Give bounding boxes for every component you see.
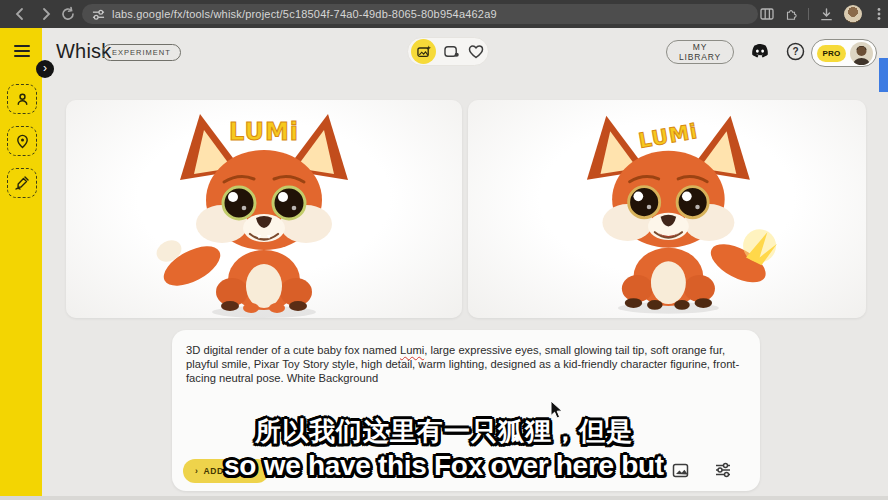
fox-tail-left: [153, 236, 227, 294]
fox-name-label: LUMi: [229, 118, 299, 146]
scrollbar-thumb[interactable]: [879, 58, 888, 92]
extensions-icon[interactable]: [784, 7, 798, 21]
favorites-heart-icon[interactable]: [468, 44, 484, 59]
chrome-toolbar-right: [760, 5, 886, 23]
toolbar-divider: [808, 8, 809, 20]
mouse-cursor: [550, 400, 565, 420]
mode-switcher: [407, 37, 489, 66]
back-icon[interactable]: [12, 6, 28, 22]
tab-groups-icon[interactable]: [760, 7, 774, 21]
sidebar-slot-subject[interactable]: [7, 84, 37, 114]
person-icon: [15, 92, 30, 107]
sidebar-slot-style[interactable]: [7, 168, 37, 198]
my-library-button[interactable]: MY LIBRARY: [666, 40, 734, 64]
location-pin-icon: [15, 134, 30, 149]
menu-icon[interactable]: [14, 45, 30, 57]
user-avatar: [850, 42, 873, 65]
prompt-editor[interactable]: 3D digital render of a cute baby fox nam…: [186, 343, 748, 385]
address-bar[interactable]: labs.google/fx/tools/whisk/project/5c185…: [82, 4, 758, 24]
help-icon[interactable]: ?: [786, 42, 805, 61]
pro-badge: PRO: [817, 45, 846, 62]
prompt-text-before: 3D digital render of a cute baby fox nam…: [186, 344, 400, 356]
browser-menu-icon[interactable]: [872, 7, 886, 21]
pen-icon: [14, 175, 30, 191]
reload-icon[interactable]: [60, 6, 76, 22]
bottom-edge-strip: [0, 496, 888, 500]
fox-name-label: LUMi: [637, 119, 700, 153]
download-icon[interactable]: [819, 7, 834, 22]
discord-icon[interactable]: [749, 42, 771, 62]
sidebar-slot-scene[interactable]: [7, 126, 37, 156]
fox-illustration-left: LUMi: [66, 100, 462, 318]
forward-icon[interactable]: [38, 6, 54, 22]
subtitle-english: so we have this Fox over here but: [0, 450, 888, 482]
account-button[interactable]: PRO: [811, 39, 877, 67]
whisk-app-screenshot: labs.google/fx/tools/whisk/project/5c185…: [0, 0, 888, 500]
subtitle-chinese: 所以我们这里有一只狐狸，但是: [0, 414, 888, 449]
experiment-badge: EXPERIMENT: [102, 44, 181, 61]
prompt-spellcheck-word: Lumi: [400, 344, 424, 356]
fox-illustration-right: LUMi: [468, 100, 866, 318]
image-sparkle-icon: [417, 45, 431, 59]
browser-profile-avatar[interactable]: [844, 5, 862, 23]
image-mode-button[interactable]: [411, 39, 436, 64]
svg-text:?: ?: [792, 46, 798, 57]
generated-image-right[interactable]: LUMi: [468, 100, 866, 318]
video-mode-button[interactable]: [444, 44, 460, 59]
generated-image-left[interactable]: LUMi: [66, 100, 462, 318]
site-info-icon[interactable]: [92, 8, 105, 21]
url-text[interactable]: labs.google/fx/tools/whisk/project/5c185…: [112, 8, 497, 20]
browser-chrome: labs.google/fx/tools/whisk/project/5c185…: [0, 0, 888, 28]
sidebar-collapse-button[interactable]: ›: [36, 60, 54, 78]
